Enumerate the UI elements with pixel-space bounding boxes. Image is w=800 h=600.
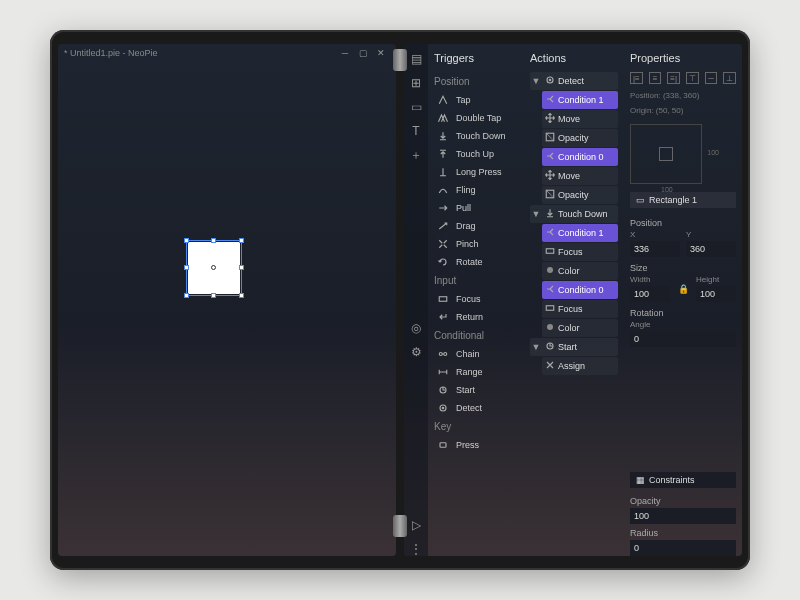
align-right-icon[interactable]: ≡|: [667, 72, 680, 84]
start-icon: [436, 384, 450, 396]
chevron-down-icon[interactable]: ▼: [530, 209, 542, 219]
layers-icon[interactable]: ▤: [409, 52, 423, 66]
close-button[interactable]: ✕: [372, 48, 390, 58]
start-icon: [542, 340, 558, 354]
action-color[interactable]: Color: [542, 319, 618, 337]
action-focus[interactable]: Focus: [542, 300, 618, 318]
trigger-group-input: Input: [434, 275, 518, 286]
trigger-drag[interactable]: Drag: [434, 217, 518, 235]
trigger-pinch[interactable]: Pinch: [434, 235, 518, 253]
trigger-group-key: Key: [434, 421, 518, 432]
radius-input[interactable]: [630, 540, 736, 556]
x-input[interactable]: [630, 241, 680, 257]
action-touch-down[interactable]: ▼Touch Down: [530, 205, 618, 223]
action-color[interactable]: Color: [542, 262, 618, 280]
maximize-button[interactable]: ▢: [354, 48, 372, 58]
trigger-fling[interactable]: Fling: [434, 181, 518, 199]
handle-bm[interactable]: [211, 293, 216, 298]
trigger-label: Touch Down: [456, 131, 506, 141]
add-icon[interactable]: ＋: [409, 148, 423, 162]
handle-tl[interactable]: [184, 238, 189, 243]
trigger-pull[interactable]: Pull: [434, 199, 518, 217]
svg-point-14: [547, 324, 553, 330]
press-icon: [436, 439, 450, 451]
align-center-icon[interactable]: ≡: [649, 72, 662, 84]
handle-ml[interactable]: [184, 265, 189, 270]
trigger-return[interactable]: Return: [434, 308, 518, 326]
trigger-start[interactable]: Start: [434, 381, 518, 399]
trigger-group-conditional: Conditional: [434, 330, 518, 341]
trigger-rotate[interactable]: Rotate: [434, 253, 518, 271]
trigger-focus[interactable]: Focus: [434, 290, 518, 308]
trigger-chain[interactable]: Chain: [434, 345, 518, 363]
handle-br[interactable]: [239, 293, 244, 298]
opacity-input[interactable]: [630, 508, 736, 524]
action-condition-0[interactable]: Condition 0: [542, 148, 618, 166]
align-top-icon[interactable]: ⊤: [686, 72, 699, 84]
lock-aspect-icon[interactable]: 🔒: [676, 275, 690, 302]
trigger-long-press[interactable]: Long Press: [434, 163, 518, 181]
align-tools: |≡ ≡ ≡| ⊤ ─ ⊥: [630, 72, 736, 84]
action-condition-1[interactable]: Condition 1: [542, 224, 618, 242]
trigger-range[interactable]: Range: [434, 363, 518, 381]
opacity-icon: [542, 131, 558, 145]
position-label: Position: [630, 218, 736, 228]
action-detect[interactable]: ▼Detect: [530, 72, 618, 90]
preview-box: 100 100: [630, 124, 702, 184]
y-input[interactable]: [686, 241, 736, 257]
trigger-label: Detect: [456, 403, 482, 413]
minimize-button[interactable]: ─: [336, 48, 354, 58]
triggers-panel: Triggers PositionTapDouble TapTouch Down…: [428, 44, 524, 556]
more-icon[interactable]: ⋮: [409, 542, 423, 556]
play-icon[interactable]: ▷: [409, 518, 423, 532]
pinch-icon: [436, 238, 450, 250]
settings-icon[interactable]: ⚙: [409, 345, 423, 359]
origin-meta: Origin: (50, 50): [630, 105, 736, 116]
drag-icon: [436, 220, 450, 232]
height-input[interactable]: [696, 286, 736, 302]
chevron-down-icon[interactable]: ▼: [530, 342, 542, 352]
align-bottom-icon[interactable]: ⊥: [723, 72, 736, 84]
action-label: Move: [558, 171, 580, 181]
trigger-double-tap[interactable]: Double Tap: [434, 109, 518, 127]
action-label: Detect: [558, 76, 584, 86]
trigger-detect[interactable]: Detect: [434, 399, 518, 417]
handle-tm[interactable]: [211, 238, 216, 243]
text-icon[interactable]: T: [409, 124, 423, 138]
angle-label: Angle: [630, 320, 736, 329]
angle-input[interactable]: [630, 331, 736, 347]
trigger-group-position: Position: [434, 76, 518, 87]
target-icon[interactable]: ◎: [409, 321, 423, 335]
align-left-icon[interactable]: |≡: [630, 72, 643, 84]
trigger-press[interactable]: Press: [434, 436, 518, 454]
handle-mr[interactable]: [239, 265, 244, 270]
action-label: Start: [558, 342, 577, 352]
action-condition-0[interactable]: Condition 0: [542, 281, 618, 299]
artboard-icon[interactable]: ▭: [409, 100, 423, 114]
action-focus[interactable]: Focus: [542, 243, 618, 261]
move-icon: [542, 112, 558, 126]
action-assign[interactable]: Assign: [542, 357, 618, 375]
handle-bl[interactable]: [184, 293, 189, 298]
object-chip[interactable]: ▭Rectangle 1: [630, 192, 736, 208]
align-middle-icon[interactable]: ─: [705, 72, 718, 84]
action-opacity[interactable]: Opacity: [542, 186, 618, 204]
handle-tr[interactable]: [239, 238, 244, 243]
width-input[interactable]: [630, 286, 670, 302]
trigger-touch-down[interactable]: Touch Down: [434, 127, 518, 145]
action-move[interactable]: Move: [542, 167, 618, 185]
action-move[interactable]: Move: [542, 110, 618, 128]
trigger-label: Long Press: [456, 167, 502, 177]
trigger-label: Drag: [456, 221, 476, 231]
trigger-tap[interactable]: Tap: [434, 91, 518, 109]
preview-x-label: 100: [661, 186, 673, 193]
constraints-chip[interactable]: ▦Constraints: [630, 472, 736, 488]
tool-column: ▤ ⊞ ▭ T ＋ ◎ ⚙ ▷ ⋮: [404, 44, 428, 556]
action-start[interactable]: ▼Start: [530, 338, 618, 356]
grid-icon[interactable]: ⊞: [409, 76, 423, 90]
canvas[interactable]: [58, 62, 396, 556]
action-condition-1[interactable]: Condition 1: [542, 91, 618, 109]
chevron-down-icon[interactable]: ▼: [530, 76, 542, 86]
trigger-touch-up[interactable]: Touch Up: [434, 145, 518, 163]
action-opacity[interactable]: Opacity: [542, 129, 618, 147]
